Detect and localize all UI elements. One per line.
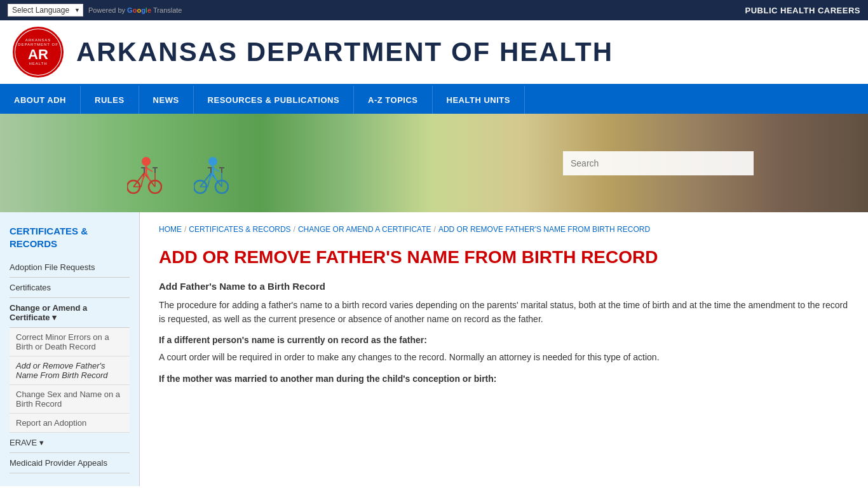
sidebar-item-certificates[interactable]: Certificates xyxy=(10,278,130,298)
nav-about-adh[interactable]: ABOUT ADH xyxy=(0,86,81,114)
sidebar-subitem-report-adoption[interactable]: Report an Adoption xyxy=(10,414,130,433)
top-bar: Select Language Powered by Google Transl… xyxy=(0,0,868,20)
article-paragraph-1: The procedure for adding a father's name… xyxy=(159,298,849,327)
article-emphasis-1: If a different person's name is currentl… xyxy=(159,335,849,345)
article-paragraph-2: A court order will be required in order … xyxy=(159,350,849,364)
sidebar-item-change-amend[interactable]: Change or Amend a Certificate ▾ xyxy=(10,298,130,328)
svg-point-27 xyxy=(208,157,217,166)
hero-cyclists xyxy=(127,149,229,196)
nav-az-topics[interactable]: A-Z TOPICS xyxy=(354,86,432,114)
hero-section xyxy=(0,114,868,212)
search-overlay[interactable] xyxy=(563,151,754,175)
breadcrumb-home[interactable]: HOME xyxy=(159,225,182,234)
powered-by-text: Powered by xyxy=(88,6,125,14)
svg-point-11 xyxy=(142,157,151,166)
logo-inner: ARKANSAS DEPARTMENT OF AR HEALTH xyxy=(15,29,61,75)
site-header: ARKANSAS DEPARTMENT OF AR HEALTH ARKANSA… xyxy=(0,20,868,86)
nav-health-units[interactable]: HEALTH UNITS xyxy=(433,86,525,114)
sidebar-item-erave[interactable]: ERAVE ▾ xyxy=(10,433,130,453)
breadcrumb-current: ADD OR REMOVE FATHER'S NAME FROM BIRTH R… xyxy=(438,225,650,234)
sidebar: CERTIFICATES & RECORDS Adoption File Req… xyxy=(0,212,140,486)
logo: ARKANSAS DEPARTMENT OF AR HEALTH xyxy=(13,27,64,78)
powered-by-label: Powered by Google Translate xyxy=(88,6,182,14)
nav-rules[interactable]: RULES xyxy=(81,86,139,114)
translate-widget: Select Language Powered by Google Transl… xyxy=(8,4,182,17)
sidebar-item-medicaid[interactable]: Medicaid Provider Appeals xyxy=(10,453,130,473)
translate-text: Translate xyxy=(153,6,182,14)
page-title: ADD OR REMOVE FATHER'S NAME FROM BIRTH R… xyxy=(159,247,849,268)
breadcrumb-certificates[interactable]: CERTIFICATES & RECORDS xyxy=(189,225,290,234)
sidebar-subitem-correct-errors[interactable]: Correct Minor Errors on a Birth or Death… xyxy=(10,328,130,356)
breadcrumb-change-amend[interactable]: CHANGE OR AMEND A CERTIFICATE xyxy=(298,225,431,234)
site-title: ARKANSAS DEPARTMENT OF HEALTH xyxy=(76,37,613,67)
cyclist-1 xyxy=(127,149,162,196)
article-emphasis-2: If the mother was married to another man… xyxy=(159,374,849,384)
logo-arc-bottom: HEALTH xyxy=(29,62,47,66)
article-subtitle-1: Add Father's Name to a Birth Record xyxy=(159,281,849,292)
erave-arrow: ▾ xyxy=(39,438,44,447)
main-nav: ABOUT ADH RULES NEWS RESOURCES & PUBLICA… xyxy=(0,86,868,114)
sidebar-subitem-add-remove-father[interactable]: Add or Remove Father's Name From Birth R… xyxy=(10,356,130,385)
nav-resources[interactable]: RESOURCES & PUBLICATIONS xyxy=(194,86,355,114)
sidebar-section-title: CERTIFICATES & RECORDS xyxy=(10,225,130,250)
google-text: Google xyxy=(127,6,151,14)
breadcrumb: HOME / CERTIFICATES & RECORDS / CHANGE O… xyxy=(159,225,849,234)
language-select[interactable]: Select Language xyxy=(8,4,83,17)
logo-ar: AR xyxy=(28,48,48,62)
cyclist-2 xyxy=(194,149,229,196)
sidebar-subitem-change-sex-name[interactable]: Change Sex and Name on a Birth Record xyxy=(10,385,130,414)
change-amend-arrow: ▾ xyxy=(52,313,57,322)
breadcrumb-sep-1: / xyxy=(184,225,186,234)
careers-link[interactable]: PUBLIC HEALTH CAREERS xyxy=(745,6,860,15)
search-input[interactable] xyxy=(563,151,754,175)
main-content: HOME / CERTIFICATES & RECORDS / CHANGE O… xyxy=(140,212,868,486)
breadcrumb-sep-2: / xyxy=(294,225,295,234)
content-wrapper: CERTIFICATES & RECORDS Adoption File Req… xyxy=(0,212,868,486)
nav-news[interactable]: NEWS xyxy=(139,86,194,114)
language-selector-wrapper[interactable]: Select Language xyxy=(8,4,83,17)
sidebar-item-adoption-file[interactable]: Adoption File Requests xyxy=(10,257,130,278)
breadcrumb-sep-3: / xyxy=(434,225,436,234)
